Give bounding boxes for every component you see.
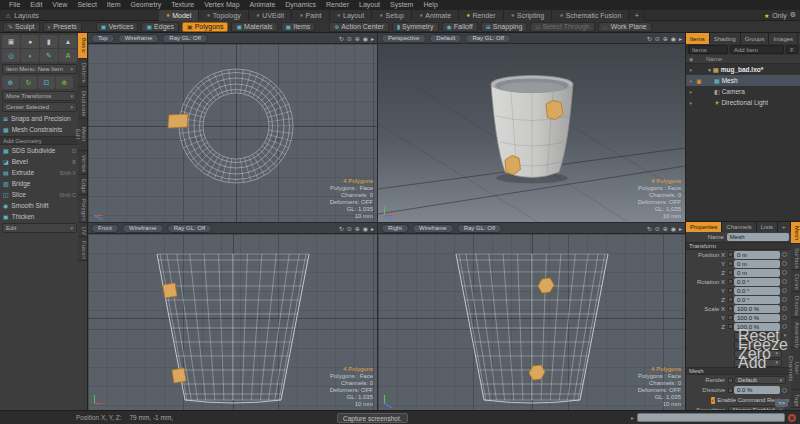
transform-section-header[interactable]: Transform	[686, 242, 791, 250]
tab-edge[interactable]: Edge	[78, 175, 87, 195]
rotation-z-field[interactable]: 0.0 °	[734, 296, 780, 304]
shade-icon[interactable]: ◉	[363, 225, 368, 232]
layout-tab-uvedit[interactable]: ★ UVEdit	[249, 10, 292, 21]
channel-mini-button[interactable]	[728, 279, 733, 284]
zoom-icon[interactable]: ⊙	[347, 35, 352, 42]
filter-button[interactable]: F	[786, 45, 798, 54]
tab-shading[interactable]: Shading	[710, 33, 741, 44]
zoom-icon[interactable]: ⊙	[655, 225, 660, 232]
pen-tool-button[interactable]: ✎	[40, 49, 58, 62]
layout-tab-setup[interactable]: ★ Setup	[372, 10, 412, 21]
rotate-tool-button[interactable]: ↻	[20, 76, 37, 89]
visibility-dot-icon[interactable]: ●	[689, 67, 692, 73]
position-z-field[interactable]: 0 m	[734, 269, 780, 277]
cube-tool-button[interactable]: ▣	[2, 35, 20, 48]
shading-mode-button[interactable]: Wireframe	[122, 224, 164, 233]
tab-properties[interactable]: Properties	[686, 222, 722, 232]
pan-icon[interactable]: ⊕	[355, 225, 360, 232]
bevel-button[interactable]: ◪ Bevel B	[0, 156, 79, 167]
more-options-button[interactable]: >>	[775, 399, 788, 407]
snapping-button[interactable]: ⊞ Snapping	[481, 22, 528, 32]
menu-texture[interactable]: Texture	[166, 0, 199, 10]
scale-y-field[interactable]: 100.0 %	[734, 314, 780, 322]
layout-tab-topology[interactable]: ★ Topology	[199, 10, 249, 21]
add-item-dropdown[interactable]: Add Item	[730, 45, 784, 54]
scale-x-field[interactable]: 100.0 %	[734, 305, 780, 313]
move-tool-button[interactable]: ⊕	[2, 76, 19, 89]
orbit-icon[interactable]: ↻	[647, 225, 652, 232]
capsule-tool-button[interactable]: ◗	[21, 49, 39, 62]
torus-tool-button[interactable]: ◎	[2, 49, 20, 62]
channel-mini-button[interactable]	[728, 378, 733, 383]
slice-button[interactable]: ◫ Slice Shift-C	[0, 189, 79, 200]
polygons-mode-button[interactable]: ▣ Polygons	[182, 22, 228, 32]
camera-row[interactable]: ● ◧ Camera	[686, 86, 800, 97]
scene-row[interactable]: ● ▾ ▤ mug_bad.lxo*	[686, 64, 800, 75]
tab-channels[interactable]: Channels	[722, 222, 756, 232]
view-type-button[interactable]: Top	[91, 34, 115, 43]
viewport-top-canvas[interactable]: 4 Polygons Polygons : FaceChannels: 0 De…	[88, 44, 377, 222]
filter-items-dropdown[interactable]: Items	[688, 45, 728, 54]
channel-mini-button[interactable]	[728, 315, 733, 320]
zoom-icon[interactable]: ⊙	[655, 35, 660, 42]
pan-icon[interactable]: ⊕	[663, 35, 668, 42]
channel-mini-button[interactable]	[728, 388, 733, 393]
edit-dropdown[interactable]: Edit	[2, 223, 77, 233]
mesh-constraints-button[interactable]: ▦ Mesh Constraints	[0, 124, 79, 135]
menu-arrow-icon[interactable]: ▸	[679, 225, 682, 232]
layout-tab-schematic-fusion[interactable]: ★ Schematic Fusion	[552, 10, 629, 21]
position-x-field[interactable]: 0 m	[734, 251, 780, 259]
tab-groups[interactable]: Groups	[741, 33, 770, 44]
tab-tags[interactable]: Tags	[791, 390, 800, 408]
viewport-perspective-canvas[interactable]: 4 Polygons Polygons : FaceChannels: 0 De…	[378, 44, 685, 222]
menu-animate[interactable]: Animate	[245, 0, 281, 10]
pan-icon[interactable]: ⊕	[663, 225, 668, 232]
layout-tab-animate[interactable]: ★ Animate	[412, 10, 459, 21]
view-type-button[interactable]: Perspective	[381, 34, 426, 43]
raygl-button[interactable]: Ray GL: Off	[457, 224, 503, 233]
add-geometry-section-header[interactable]: Add Geometry	[0, 136, 79, 145]
menu-dynamics[interactable]: Dynamics	[280, 0, 321, 10]
viewport-front-canvas[interactable]: 4 Polygons Polygons : FaceChannels: 0 De…	[88, 234, 377, 410]
channel-state-icon[interactable]	[782, 261, 787, 266]
channel-state-icon[interactable]	[782, 270, 787, 275]
raygl-button[interactable]: Ray GL: Off	[162, 34, 208, 43]
channel-mini-button[interactable]	[728, 306, 733, 311]
more-transforms-dropdown[interactable]: More Transforms	[2, 91, 77, 101]
orbit-icon[interactable]: ↻	[647, 35, 652, 42]
channel-mini-button[interactable]	[728, 288, 733, 293]
symmetry-button[interactable]: ▮ Symmetry	[392, 22, 439, 32]
menu-vertex-map[interactable]: Vertex Map	[199, 0, 244, 10]
vertices-mode-button[interactable]: ▣ Vertices	[96, 22, 139, 32]
channel-mini-button[interactable]	[728, 270, 733, 275]
tab-surface[interactable]: Surface	[791, 244, 800, 270]
channel-state-icon[interactable]	[782, 252, 787, 257]
snaps-precision-button[interactable]: ⊞ Snaps and Precision	[0, 113, 79, 124]
view-type-button[interactable]: Right	[381, 224, 409, 233]
smooth-shift-button[interactable]: ◉ Smooth Shift	[0, 200, 79, 211]
menu-file[interactable]: File	[4, 0, 25, 10]
raygl-button[interactable]: Ray GL: Off	[167, 224, 213, 233]
add-panel-tab-button[interactable]: +	[778, 222, 791, 232]
zoom-icon[interactable]: ⊙	[347, 225, 352, 232]
orbit-icon[interactable]: ↻	[339, 225, 344, 232]
layout-tab-paint[interactable]: ★ Paint	[292, 10, 329, 21]
tab-deform[interactable]: Deform	[78, 59, 87, 87]
menu-help[interactable]: Help	[418, 0, 442, 10]
gear-icon[interactable]: ⚙	[790, 11, 796, 19]
bridge-button[interactable]: ▥ Bridge	[0, 178, 79, 189]
channel-state-icon[interactable]	[782, 279, 787, 284]
edges-mode-button[interactable]: ▣ Edges	[141, 22, 179, 32]
transform-tool-button[interactable]: ⊕	[56, 76, 73, 89]
menu-layout[interactable]: Layout	[354, 0, 385, 10]
scale-tool-button[interactable]: ⊡	[38, 76, 55, 89]
visibility-dot-icon[interactable]: ●	[689, 100, 692, 106]
tab-vertex[interactable]: Vertex	[78, 151, 87, 175]
add-layout-tab-button[interactable]: +	[629, 10, 645, 21]
menu-geometry[interactable]: Geometry	[125, 0, 166, 10]
viewport-right-canvas[interactable]: 4 Polygons Polygons : FaceChannels: 0 De…	[378, 234, 685, 410]
only-toggle[interactable]: ★ Only ⚙	[764, 11, 800, 19]
shading-mode-button[interactable]: Wireframe	[412, 224, 454, 233]
orbit-icon[interactable]: ↻	[339, 35, 344, 42]
mesh-row[interactable]: ●▣ ▦ Mesh	[686, 75, 800, 86]
